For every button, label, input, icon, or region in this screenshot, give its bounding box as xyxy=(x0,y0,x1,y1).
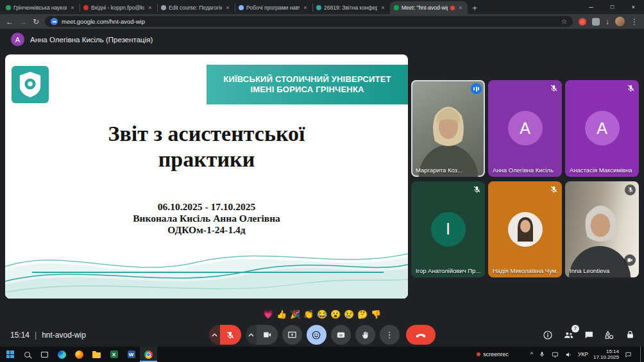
browser-tab-1[interactable]: Грінченківська наукова школ... × xyxy=(2,1,80,14)
microphone-control[interactable] xyxy=(209,325,241,345)
taskbar-clock[interactable]: 15:14 17.10.2025 xyxy=(593,349,619,361)
leave-call-button[interactable] xyxy=(406,325,436,345)
reactions-button[interactable] xyxy=(307,325,326,345)
taskbar-word[interactable]: W xyxy=(123,347,140,362)
reaction-laugh[interactable]: 😂 xyxy=(317,309,327,320)
taskbar-time: 15:14 xyxy=(593,349,619,355)
window-maximize-button[interactable]: □ xyxy=(602,0,623,14)
camera-options-chevron-icon[interactable] xyxy=(246,325,257,345)
camera-control[interactable] xyxy=(246,325,278,345)
extension-icon[interactable] xyxy=(579,18,586,26)
reaction-surprised[interactable]: 😮 xyxy=(330,309,341,320)
tab-title: Meet: "hnt-avod-wip" xyxy=(402,4,448,11)
task-view-button[interactable] xyxy=(36,347,53,362)
taskbar-excel[interactable]: X xyxy=(105,347,123,362)
profile-avatar[interactable] xyxy=(615,17,625,26)
folder-icon xyxy=(92,352,101,358)
avatar-initial: І xyxy=(446,220,450,238)
participant-tile-margaryta[interactable]: Маргарита Коз... xyxy=(411,80,485,177)
tab-close-icon[interactable]: × xyxy=(69,4,76,11)
slide-divider-line xyxy=(32,272,384,273)
tab-title: Грінченківська наукова школ... xyxy=(13,4,67,11)
show-desktop-button[interactable] xyxy=(640,347,642,362)
reaction-clap[interactable]: 👏 xyxy=(303,309,314,320)
window-close-button[interactable]: × xyxy=(623,0,644,14)
browser-tab-3[interactable]: Edit course: Педагогіка та пси... × xyxy=(157,1,235,14)
language-indicator[interactable]: УКР xyxy=(578,351,588,358)
participant-tile-nadiia[interactable]: Надія Миколаївна Чум... xyxy=(488,181,562,278)
tab-close-icon[interactable]: × xyxy=(380,4,386,11)
participants-grid: Маргарита Коз... А Анна Олегівна Кисіль … xyxy=(411,80,639,277)
reaction-thinking[interactable]: 🤔 xyxy=(357,309,368,320)
camera-badge-icon[interactable] xyxy=(624,254,636,266)
site-info-icon[interactable] xyxy=(51,18,58,25)
camera-button[interactable] xyxy=(257,325,278,345)
mic-muted-button[interactable] xyxy=(220,325,241,345)
reload-button[interactable]: ↻ xyxy=(33,18,39,26)
mic-off-icon xyxy=(550,185,558,193)
extension-icon[interactable] xyxy=(592,18,600,26)
tab-close-icon[interactable]: × xyxy=(147,4,153,11)
tray-expand-chevron[interactable]: ^ xyxy=(530,351,533,358)
bookmark-star-icon[interactable]: ☆ xyxy=(561,18,567,25)
participant-tile-anastasiia[interactable]: А Анастасія Максимівна Не... xyxy=(565,80,639,177)
forward-button[interactable]: → xyxy=(19,18,27,26)
present-screen-button[interactable] xyxy=(282,325,302,345)
participant-tile-ihor[interactable]: І Ігор Анатолійович Пр... xyxy=(411,181,485,278)
tab-close-icon[interactable]: × xyxy=(457,4,464,11)
action-center-icon[interactable] xyxy=(624,350,632,359)
avatar-initial: А xyxy=(597,119,607,138)
tray-display-icon[interactable] xyxy=(551,350,559,359)
browser-tab-5[interactable]: 26819: Звітна конференція | Е... × xyxy=(312,1,390,14)
avatar: І xyxy=(431,212,466,247)
tab-close-icon[interactable]: × xyxy=(225,4,231,11)
taskbar-search-button[interactable] xyxy=(19,347,36,362)
reaction-thumbs-down[interactable]: 👎 xyxy=(371,309,381,320)
taskbar-file-explorer[interactable] xyxy=(88,347,105,362)
reaction-heart[interactable]: 💗 xyxy=(263,309,273,320)
mic-options-chevron-icon[interactable] xyxy=(209,325,220,345)
taskbar-chrome-active[interactable] xyxy=(140,347,157,362)
reaction-thumbs-up[interactable]: 👍 xyxy=(276,309,287,320)
chat-panel-icon[interactable] xyxy=(583,329,595,341)
slide-group: ОДКОм-1-24-1.4д xyxy=(5,224,408,236)
windows-taskbar: X W screenrec ^ УКР 15:14 17.10.2025 xyxy=(0,347,644,362)
host-controls-icon[interactable] xyxy=(624,329,636,341)
meeting-details-icon[interactable] xyxy=(542,329,554,341)
meeting-code: hnt-avod-wip xyxy=(42,331,86,340)
reaction-sad[interactable]: 😢 xyxy=(344,309,354,320)
tab-title: 26819: Звітна конференція | Е... xyxy=(324,4,377,11)
browser-tab-4[interactable]: Робочі програми навчальни... × xyxy=(235,1,312,14)
reaction-party[interactable]: 🎉 xyxy=(290,309,300,320)
participant-tile-inna[interactable]: Inna Leontieva xyxy=(565,181,639,278)
back-button[interactable]: ← xyxy=(6,18,13,26)
downloads-icon[interactable]: ↓ xyxy=(606,18,609,26)
new-tab-button[interactable]: + xyxy=(468,1,482,14)
university-logo xyxy=(12,66,49,103)
windows-logo-icon xyxy=(6,350,14,358)
avatar-initial: А xyxy=(520,119,530,138)
more-options-button[interactable]: ⋮ xyxy=(380,325,400,345)
start-button[interactable] xyxy=(1,347,19,362)
excel-icon: X xyxy=(110,350,118,358)
participant-tile-anna[interactable]: А Анна Олегівна Кисіль xyxy=(488,80,562,177)
tray-volume-icon[interactable] xyxy=(564,350,573,359)
browser-tab-meet-active[interactable]: Meet: "hnt-avod-wip" × xyxy=(390,1,468,14)
screenrec-tray-item[interactable]: screenrec xyxy=(477,351,509,358)
meeting-time: 15:14 xyxy=(10,331,30,340)
address-bar[interactable]: meet.google.com/hnt-avod-wip ☆ xyxy=(45,16,573,27)
tab-close-icon[interactable]: × xyxy=(302,4,309,11)
presentation-slide[interactable]: КИЇВСЬКИЙ СТОЛИЧНИЙ УНІВЕРСИТЕТ ІМЕНІ БО… xyxy=(5,54,408,299)
browser-menu-icon[interactable]: ⋮ xyxy=(631,18,638,26)
tray-mic-icon[interactable] xyxy=(538,350,546,358)
participant-name: Inna Leontieva xyxy=(570,267,634,274)
raise-hand-button[interactable] xyxy=(355,325,375,345)
activities-panel-icon[interactable] xyxy=(604,329,615,341)
taskbar-firefox[interactable] xyxy=(71,347,88,362)
window-minimize-button[interactable]: ─ xyxy=(580,0,602,14)
taskbar-edge[interactable] xyxy=(53,347,71,362)
captions-button[interactable]: cc xyxy=(331,325,351,345)
participants-panel-icon[interactable]: 7 xyxy=(563,329,574,341)
tab-title: Вхідні - koppn.fpo@kubg.edu... xyxy=(91,4,144,11)
browser-tab-2[interactable]: Вхідні - koppn.fpo@kubg.edu... × xyxy=(80,1,157,14)
